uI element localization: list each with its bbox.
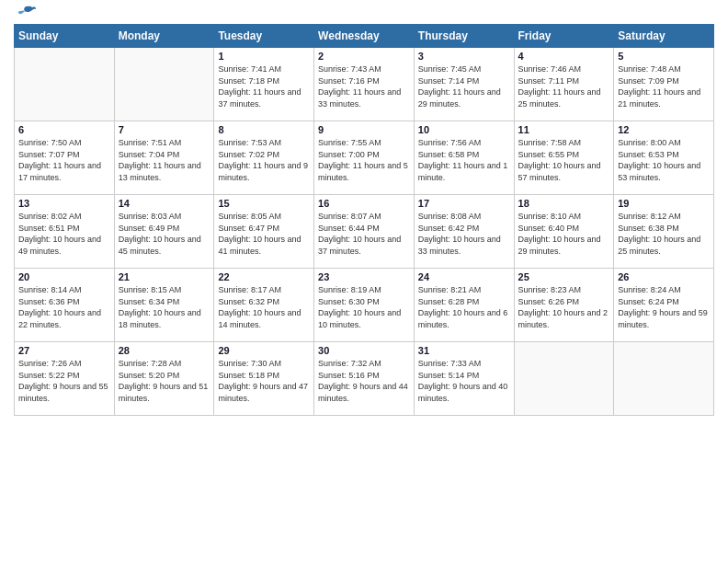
page-header (14, 9, 714, 17)
day-header-wednesday: Wednesday (314, 25, 415, 48)
day-info: Sunrise: 8:19 AMSunset: 6:30 PMDaylight:… (318, 284, 410, 330)
day-number: 26 (618, 271, 710, 282)
day-number: 9 (318, 124, 410, 135)
day-info: Sunrise: 7:43 AMSunset: 7:16 PMDaylight:… (318, 63, 410, 109)
calendar-cell: 26Sunrise: 8:24 AMSunset: 6:24 PMDayligh… (614, 269, 714, 342)
day-info: Sunrise: 8:12 AMSunset: 6:38 PMDaylight:… (618, 211, 710, 257)
day-number: 1 (218, 51, 310, 62)
day-info: Sunrise: 8:08 AMSunset: 6:42 PMDaylight:… (418, 211, 510, 257)
calendar-cell (514, 342, 614, 416)
day-number: 13 (18, 198, 110, 209)
calendar-cell: 23Sunrise: 8:19 AMSunset: 6:30 PMDayligh… (314, 269, 415, 342)
calendar-week-1: 1Sunrise: 7:41 AMSunset: 7:18 PMDaylight… (15, 48, 714, 121)
calendar-cell: 29Sunrise: 7:30 AMSunset: 5:18 PMDayligh… (214, 342, 314, 416)
day-number: 7 (119, 124, 210, 135)
day-header-saturday: Saturday (614, 25, 714, 48)
calendar-cell: 13Sunrise: 8:02 AMSunset: 6:51 PMDayligh… (15, 195, 115, 269)
calendar-cell: 7Sunrise: 7:51 AMSunset: 7:04 PMDaylight… (114, 121, 214, 195)
day-number: 28 (119, 345, 210, 356)
day-info: Sunrise: 8:17 AMSunset: 6:32 PMDaylight:… (218, 284, 310, 330)
day-header-tuesday: Tuesday (214, 25, 314, 48)
day-number: 29 (218, 345, 310, 356)
calendar-cell: 4Sunrise: 7:46 AMSunset: 7:11 PMDaylight… (514, 48, 614, 121)
day-number: 16 (318, 198, 410, 209)
day-info: Sunrise: 7:30 AMSunset: 5:18 PMDaylight:… (218, 358, 310, 404)
calendar-header-row: SundayMondayTuesdayWednesdayThursdayFrid… (15, 25, 714, 48)
day-number: 30 (318, 345, 410, 356)
logo-bird-icon (16, 6, 36, 22)
day-info: Sunrise: 8:23 AMSunset: 6:26 PMDaylight:… (518, 284, 610, 330)
day-number: 14 (119, 198, 210, 209)
calendar-cell: 12Sunrise: 8:00 AMSunset: 6:53 PMDayligh… (614, 121, 714, 195)
day-number: 20 (18, 271, 110, 282)
day-info: Sunrise: 8:00 AMSunset: 6:53 PMDaylight:… (618, 137, 710, 183)
calendar-cell: 18Sunrise: 8:10 AMSunset: 6:40 PMDayligh… (514, 195, 614, 269)
day-info: Sunrise: 7:46 AMSunset: 7:11 PMDaylight:… (518, 63, 610, 109)
day-info: Sunrise: 8:05 AMSunset: 6:47 PMDaylight:… (218, 211, 310, 257)
day-number: 24 (418, 271, 510, 282)
calendar-week-3: 13Sunrise: 8:02 AMSunset: 6:51 PMDayligh… (15, 195, 714, 269)
day-number: 15 (218, 198, 310, 209)
day-number: 10 (418, 124, 510, 135)
calendar-cell: 21Sunrise: 8:15 AMSunset: 6:34 PMDayligh… (114, 269, 214, 342)
calendar-cell: 9Sunrise: 7:55 AMSunset: 7:00 PMDaylight… (314, 121, 415, 195)
calendar-cell (15, 48, 115, 121)
day-info: Sunrise: 8:15 AMSunset: 6:34 PMDaylight:… (119, 284, 210, 330)
day-info: Sunrise: 8:03 AMSunset: 6:49 PMDaylight:… (119, 211, 210, 257)
calendar-cell (614, 342, 714, 416)
day-info: Sunrise: 7:50 AMSunset: 7:07 PMDaylight:… (18, 137, 110, 183)
day-number: 6 (18, 124, 110, 135)
calendar-cell: 6Sunrise: 7:50 AMSunset: 7:07 PMDaylight… (15, 121, 115, 195)
day-info: Sunrise: 7:55 AMSunset: 7:00 PMDaylight:… (318, 137, 410, 183)
calendar-cell: 15Sunrise: 8:05 AMSunset: 6:47 PMDayligh… (214, 195, 314, 269)
day-info: Sunrise: 8:02 AMSunset: 6:51 PMDaylight:… (18, 211, 110, 257)
day-number: 31 (418, 345, 510, 356)
calendar-cell: 24Sunrise: 8:21 AMSunset: 6:28 PMDayligh… (414, 269, 514, 342)
day-info: Sunrise: 7:28 AMSunset: 5:20 PMDaylight:… (119, 358, 210, 404)
day-info: Sunrise: 7:32 AMSunset: 5:16 PMDaylight:… (318, 358, 410, 404)
day-number: 23 (318, 271, 410, 282)
day-info: Sunrise: 8:24 AMSunset: 6:24 PMDaylight:… (618, 284, 710, 330)
calendar-cell: 1Sunrise: 7:41 AMSunset: 7:18 PMDaylight… (214, 48, 314, 121)
calendar-week-5: 27Sunrise: 7:26 AMSunset: 5:22 PMDayligh… (15, 342, 714, 416)
day-number: 2 (318, 51, 410, 62)
calendar-cell: 20Sunrise: 8:14 AMSunset: 6:36 PMDayligh… (15, 269, 115, 342)
calendar-cell (114, 48, 214, 121)
calendar-cell: 10Sunrise: 7:56 AMSunset: 6:58 PMDayligh… (414, 121, 514, 195)
day-info: Sunrise: 7:48 AMSunset: 7:09 PMDaylight:… (618, 63, 710, 109)
day-info: Sunrise: 7:51 AMSunset: 7:04 PMDaylight:… (119, 137, 210, 183)
day-number: 5 (618, 51, 710, 62)
day-header-friday: Friday (514, 25, 614, 48)
day-info: Sunrise: 8:14 AMSunset: 6:36 PMDaylight:… (18, 284, 110, 330)
calendar-cell: 14Sunrise: 8:03 AMSunset: 6:49 PMDayligh… (114, 195, 214, 269)
day-number: 12 (618, 124, 710, 135)
calendar-cell: 22Sunrise: 8:17 AMSunset: 6:32 PMDayligh… (214, 269, 314, 342)
calendar-cell: 17Sunrise: 8:08 AMSunset: 6:42 PMDayligh… (414, 195, 514, 269)
calendar-cell: 31Sunrise: 7:33 AMSunset: 5:14 PMDayligh… (414, 342, 514, 416)
calendar-cell: 19Sunrise: 8:12 AMSunset: 6:38 PMDayligh… (614, 195, 714, 269)
calendar-week-2: 6Sunrise: 7:50 AMSunset: 7:07 PMDaylight… (15, 121, 714, 195)
day-info: Sunrise: 7:33 AMSunset: 5:14 PMDaylight:… (418, 358, 510, 404)
day-number: 17 (418, 198, 510, 209)
calendar-cell: 8Sunrise: 7:53 AMSunset: 7:02 PMDaylight… (214, 121, 314, 195)
day-number: 11 (518, 124, 610, 135)
calendar-cell: 28Sunrise: 7:28 AMSunset: 5:20 PMDayligh… (114, 342, 214, 416)
day-number: 22 (218, 271, 310, 282)
page-container: SundayMondayTuesdayWednesdayThursdayFrid… (0, 0, 728, 425)
calendar-cell: 27Sunrise: 7:26 AMSunset: 5:22 PMDayligh… (15, 342, 115, 416)
day-info: Sunrise: 8:07 AMSunset: 6:44 PMDaylight:… (318, 211, 410, 257)
calendar-table: SundayMondayTuesdayWednesdayThursdayFrid… (14, 24, 714, 416)
calendar-cell: 11Sunrise: 7:58 AMSunset: 6:55 PMDayligh… (514, 121, 614, 195)
day-number: 21 (119, 271, 210, 282)
day-header-monday: Monday (114, 25, 214, 48)
calendar-cell: 25Sunrise: 8:23 AMSunset: 6:26 PMDayligh… (514, 269, 614, 342)
day-number: 4 (518, 51, 610, 62)
day-info: Sunrise: 7:58 AMSunset: 6:55 PMDaylight:… (518, 137, 610, 183)
day-number: 19 (618, 198, 710, 209)
day-info: Sunrise: 7:26 AMSunset: 5:22 PMDaylight:… (18, 358, 110, 404)
day-info: Sunrise: 8:10 AMSunset: 6:40 PMDaylight:… (518, 211, 610, 257)
day-info: Sunrise: 7:41 AMSunset: 7:18 PMDaylight:… (218, 63, 310, 109)
calendar-cell: 5Sunrise: 7:48 AMSunset: 7:09 PMDaylight… (614, 48, 714, 121)
calendar-cell: 3Sunrise: 7:45 AMSunset: 7:14 PMDaylight… (414, 48, 514, 121)
logo (14, 9, 36, 17)
